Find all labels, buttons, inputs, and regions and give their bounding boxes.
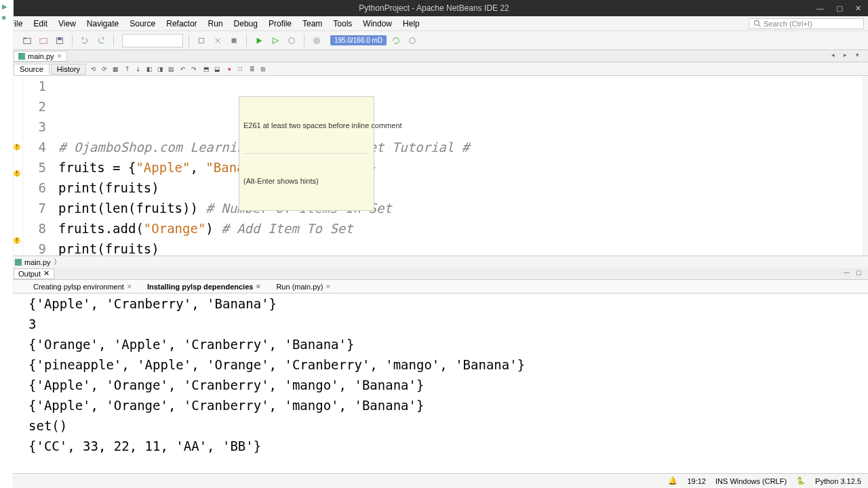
debug-button[interactable] (269, 34, 282, 47)
out-tab-env[interactable]: Creating pylsp environment✕ (27, 281, 138, 292)
editor-tb-1[interactable]: ⟲ (89, 64, 98, 74)
svg-text:!: ! (15, 238, 18, 244)
editor-tb-14[interactable]: □ (235, 64, 245, 74)
file-tab-label: main.py (28, 52, 54, 60)
search-icon (753, 20, 761, 27)
svg-rect-8 (232, 38, 237, 43)
breadcrumb-file[interactable]: main.py (24, 258, 51, 266)
svg-point-10 (313, 37, 321, 44)
run-button[interactable] (252, 34, 266, 47)
status-bar: 🔔 19:12 INS Windows (CRLF) 🐍 Python 3.12… (0, 473, 868, 488)
menu-team[interactable]: Team (297, 19, 328, 28)
undo-button[interactable] (78, 34, 92, 47)
save-all-button[interactable] (53, 34, 66, 47)
output-minimize-icon[interactable]: — (844, 269, 853, 279)
stop-out-icon[interactable]: ■ (2, 14, 12, 23)
editor-tb-11[interactable]: ⬒ (201, 64, 211, 74)
status-python[interactable]: Python 3.12.5 (815, 477, 861, 485)
editor-tb-16[interactable]: ⊞ (258, 64, 268, 74)
editor-tb-9[interactable]: ↶ (178, 64, 188, 74)
stop-button[interactable] (310, 34, 323, 47)
minimize-button[interactable]: — (814, 4, 827, 13)
build-button[interactable] (195, 34, 208, 47)
redo-button[interactable] (94, 34, 108, 47)
history-tab[interactable]: History (51, 64, 86, 75)
editor-tb-6[interactable]: ◧ (144, 64, 154, 74)
tab-scroll-right-icon[interactable]: ▸ (844, 52, 853, 61)
tab-scroll-left-icon[interactable]: ◂ (831, 52, 841, 61)
main-toolbar: 195.0/166.0 mD (0, 31, 868, 50)
close-tab-icon[interactable]: ✕ (57, 53, 62, 60)
editor-tb-8[interactable]: ▤ (166, 64, 176, 74)
code-area[interactable]: E261 at least two spaces before inline c… (52, 76, 863, 256)
file-tab-main[interactable]: main.py ✕ (14, 51, 67, 62)
svg-line-1 (759, 25, 761, 27)
editor-tb-2[interactable]: ⟳ (100, 64, 109, 74)
svg-rect-6 (58, 37, 61, 40)
close-icon[interactable]: ✕ (256, 283, 261, 290)
close-output-icon[interactable]: ✕ (43, 269, 50, 278)
menu-navigate[interactable]: Navigate (81, 19, 124, 28)
open-button[interactable] (37, 34, 50, 47)
menu-window[interactable]: Window (357, 19, 397, 28)
new-project-button[interactable] (20, 34, 34, 47)
svg-rect-18 (15, 259, 22, 266)
profile-button[interactable] (285, 34, 298, 47)
editor-tb-3[interactable]: ▦ (111, 64, 120, 74)
menu-edit[interactable]: Edit (28, 19, 53, 28)
refresh-button[interactable] (389, 34, 403, 47)
error-stripe[interactable] (863, 76, 868, 256)
window-controls: — ▢ ✕ (814, 4, 864, 13)
file-tab-bar: main.py ✕ ◂ ▸ ▾ (11, 50, 868, 62)
code-editor[interactable]: !!! 123456789 E261 at least two spaces b… (11, 76, 868, 256)
source-tab[interactable]: Source (14, 64, 50, 75)
close-button[interactable]: ✕ (852, 4, 864, 13)
menu-profile[interactable]: Profile (263, 19, 297, 28)
clean-build-button[interactable] (211, 34, 224, 47)
lint-hint: (Alt-Enter shows hints) (243, 176, 370, 186)
python-file-icon (18, 53, 25, 60)
svg-rect-7 (199, 38, 204, 43)
editor-tb-4[interactable]: ⤒ (123, 64, 132, 74)
lint-message: E261 at least two spaces before inline c… (243, 121, 370, 131)
search-placeholder: Search (Ctrl+I) (764, 20, 812, 28)
menu-source[interactable]: Source (124, 19, 161, 28)
menu-help[interactable]: Help (397, 19, 425, 28)
close-icon[interactable]: ✕ (326, 283, 331, 290)
output-maximize-icon[interactable]: ▢ (856, 269, 865, 279)
out-tab-run[interactable]: Run (main.py)✕ (270, 281, 337, 292)
menu-view[interactable]: View (53, 19, 81, 28)
out-tab-label: Creating pylsp environment (33, 283, 124, 291)
editor-tb-7[interactable]: ◨ (155, 64, 165, 74)
menu-refactor[interactable]: Refactor (161, 19, 202, 28)
editor-tb-15[interactable]: ≣ (248, 64, 257, 74)
status-encoding[interactable]: INS Windows (CRLF) (715, 477, 787, 485)
tab-menu-icon[interactable]: ▾ (856, 52, 865, 61)
stop-build-button[interactable] (227, 34, 241, 47)
svg-rect-3 (24, 38, 31, 43)
lint-tooltip: E261 at least two spaces before inline c… (239, 96, 374, 211)
record-macro-icon[interactable]: ● (224, 64, 234, 74)
menu-debug[interactable]: Debug (229, 19, 263, 28)
editor-tb-10[interactable]: ↷ (189, 64, 199, 74)
menu-run[interactable]: Run (203, 19, 229, 28)
coords-badge: 195.0/166.0 mD (330, 35, 387, 45)
python-file-icon (15, 259, 22, 266)
editor-tb-12[interactable]: ⬓ (212, 64, 222, 74)
editor-tb-5[interactable]: ⤓ (134, 64, 143, 74)
output-body[interactable]: {'Apple', 'Cranberry', 'Banana'}3{'Orang… (11, 293, 868, 473)
menu-tools[interactable]: Tools (328, 19, 357, 28)
line-gutter: 123456789 (23, 76, 52, 256)
sync-button[interactable] (406, 34, 419, 47)
output-panel-tab[interactable]: Output ✕ (14, 268, 54, 279)
rerun-icon[interactable]: ▶ (2, 3, 12, 12)
out-tab-deps[interactable]: Installing pylsp dependencies✕ (141, 281, 267, 292)
global-search[interactable]: Search (Ctrl+I) (749, 18, 864, 29)
maximize-button[interactable]: ▢ (833, 4, 846, 13)
output-tabs: ▶ ■ Creating pylsp environment✕ Installi… (11, 280, 868, 293)
status-notifications-icon[interactable]: 🔔 (668, 476, 677, 485)
run-config-dropdown[interactable] (122, 34, 183, 47)
out-tab-label: Run (main.py) (276, 283, 323, 291)
svg-rect-4 (24, 37, 26, 39)
close-icon[interactable]: ✕ (127, 283, 132, 290)
